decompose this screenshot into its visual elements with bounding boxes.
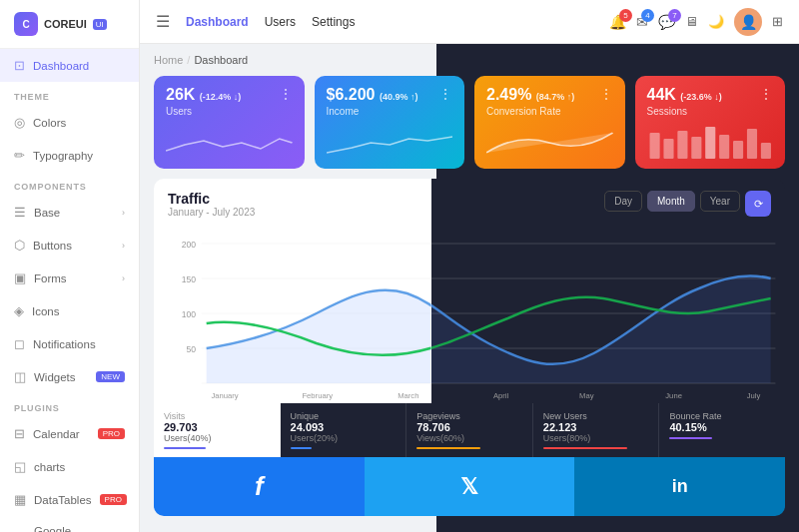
breadcrumb-current: Dashboard <box>194 54 248 66</box>
stat-menu-income[interactable]: ⋮ <box>438 86 452 102</box>
topnav-link-settings[interactable]: Settings <box>312 15 355 29</box>
stat-newusers-value: 22.123 <box>543 421 649 433</box>
period-icon-btn[interactable]: ⟳ <box>745 191 771 217</box>
svg-text:July: July <box>747 391 761 400</box>
logo-badge: UI <box>93 19 107 30</box>
sidebar-item-colors[interactable]: ◎ Colors <box>0 106 139 139</box>
social-section: f 𝕏 in <box>154 457 785 516</box>
stat-visits: Visits 29.703 Users(40%) <box>154 403 281 457</box>
monitor-icon[interactable]: 🖥 <box>685 14 698 29</box>
breadcrumb-sep: / <box>187 54 190 66</box>
theme-section-label: THEME <box>0 82 139 106</box>
svg-text:January: January <box>211 391 238 400</box>
stat-menu-users[interactable]: ⋮ <box>279 86 293 102</box>
sidebar-label-calendar: Calendar <box>33 428 80 440</box>
sidebar-item-charts[interactable]: ◱ charts <box>0 450 139 483</box>
svg-text:150: 150 <box>182 274 196 284</box>
topnav-link-dashboard[interactable]: Dashboard <box>186 15 249 29</box>
svg-rect-1 <box>663 139 673 159</box>
svg-text:200: 200 <box>182 240 196 250</box>
sidebar-item-calendar[interactable]: ⊟ Calendar PRO <box>0 417 139 450</box>
period-btn-year[interactable]: Year <box>700 191 740 212</box>
traffic-subtitle: January - July 2023 <box>168 207 417 218</box>
stat-label-users: Users <box>166 106 241 117</box>
sidebar-label-icons: Icons <box>32 305 60 317</box>
widgets-icon: ◫ <box>14 369 26 384</box>
facebook-icon: f <box>255 471 264 502</box>
stat-menu-sessions[interactable]: ⋮ <box>759 86 773 102</box>
moon-icon[interactable]: 🌙 <box>708 14 724 29</box>
svg-rect-7 <box>746 129 756 159</box>
traffic-header-row: Traffic January - July 2023 Day Month Ye… <box>154 179 785 224</box>
svg-rect-4 <box>705 127 715 159</box>
sidebar-item-widgets[interactable]: ◫ Widgets NEW <box>0 360 139 393</box>
stat-card-conversion: 2.49% (84.7% ↑) Conversion Rate ⋮ <box>474 76 625 169</box>
svg-rect-5 <box>719 135 729 159</box>
period-btn-month[interactable]: Month <box>647 191 695 212</box>
social-twitter[interactable]: 𝕏 <box>365 457 575 516</box>
svg-rect-0 <box>649 133 659 159</box>
datatables-badge: PRO <box>100 494 127 505</box>
forms-chevron: › <box>122 273 125 283</box>
svg-rect-2 <box>677 131 687 159</box>
stat-bouncerate: Bounce Rate 40.15% <box>659 403 785 457</box>
email-badge: 4 <box>641 9 654 22</box>
sidebar-label-charts: charts <box>34 461 65 473</box>
base-icon: ☰ <box>14 205 26 220</box>
stat-newusers-label: New Users <box>543 411 649 421</box>
colors-icon: ◎ <box>14 115 25 130</box>
stat-visits-bar <box>164 447 206 449</box>
sidebar-item-base[interactable]: ☰ Base › <box>0 196 139 229</box>
sidebar-item-dashboard[interactable]: ⊡ Dashboard <box>0 49 139 82</box>
sidebar-item-icons[interactable]: ◈ Icons <box>0 294 139 327</box>
stat-value-users: 26K (-12.4% ↓) <box>166 86 241 104</box>
dashboard-icon: ⊡ <box>14 58 25 73</box>
stat-visits-sub: Users(40%) <box>164 433 270 443</box>
breadcrumb-home[interactable]: Home <box>154 54 183 66</box>
chat-badge: 7 <box>668 9 681 22</box>
stat-menu-conversion[interactable]: ⋮ <box>599 86 613 102</box>
stat-card-sessions: 44K (-23.6% ↓) Sessions ⋮ <box>635 76 786 169</box>
stat-pageviews-sub: Views(60%) <box>416 433 522 443</box>
stat-newusers-sub: Users(80%) <box>543 433 649 443</box>
sidebar: C COREUI UI ⊡ Dashboard THEME ◎ Colors ✏… <box>0 0 140 532</box>
stat-bouncerate-bar <box>669 437 711 439</box>
chart-area: 200 150 100 50 January February March Ap… <box>154 224 785 403</box>
sidebar-label-buttons: Buttons <box>33 240 72 252</box>
svg-rect-3 <box>691 137 701 159</box>
social-facebook[interactable]: f <box>154 457 365 516</box>
avatar[interactable]: 👤 <box>734 8 762 36</box>
stat-cards: 26K (-12.4% ↓) Users ⋮ <box>154 76 785 169</box>
grid-icon[interactable]: ⊞ <box>772 14 783 29</box>
email-icon[interactable]: ✉ 4 <box>636 14 648 30</box>
topnav-right: 🔔 5 ✉ 4 💬 7 🖥 🌙 👤 ⊞ <box>609 8 783 36</box>
sidebar-item-forms[interactable]: ▣ Forms › <box>0 262 139 294</box>
traffic-chart-svg: 200 150 100 50 January February March Ap… <box>154 224 785 403</box>
stat-pageviews-bar <box>416 447 479 449</box>
svg-rect-6 <box>733 141 743 159</box>
stat-card-income: $6.200 (40.9% ↑) Income ⋮ <box>315 76 465 169</box>
sidebar-label-widgets: Widgets <box>34 371 76 383</box>
sidebar-item-typography[interactable]: ✏ Typography <box>0 139 139 172</box>
svg-text:June: June <box>665 391 682 400</box>
svg-text:100: 100 <box>182 309 196 319</box>
main-content: ☰ Dashboard Users Settings 🔔 5 ✉ 4 💬 7 🖥… <box>140 0 799 532</box>
plugins-section-label: PLUGINS <box>0 393 139 417</box>
sidebar-item-buttons[interactable]: ⬡ Buttons › <box>0 229 139 262</box>
linkedin-icon: in <box>672 476 688 497</box>
sidebar-label-datatables: DataTables <box>34 494 92 506</box>
sidebar-item-googlemaps[interactable]: ◫ Google Maps PRO <box>0 516 139 532</box>
chat-icon[interactable]: 💬 7 <box>658 14 675 30</box>
stat-pageviews-value: 78.706 <box>416 421 522 433</box>
topnav-link-users[interactable]: Users <box>265 15 296 29</box>
twitter-icon: 𝕏 <box>460 474 478 500</box>
bell-icon[interactable]: 🔔 5 <box>609 14 626 30</box>
sidebar-item-notifications[interactable]: ◻ Notifications <box>0 327 139 360</box>
stat-unique-label: Unique <box>291 411 397 421</box>
stat-visits-label: Visits <box>164 411 270 421</box>
social-linkedin[interactable]: in <box>574 457 785 516</box>
sidebar-item-datatables[interactable]: ▦ DataTables PRO <box>0 483 139 516</box>
period-btn-day[interactable]: Day <box>604 191 642 212</box>
stat-value-income: $6.200 (40.9% ↑) <box>327 86 418 104</box>
hamburger-icon[interactable]: ☰ <box>156 12 170 31</box>
